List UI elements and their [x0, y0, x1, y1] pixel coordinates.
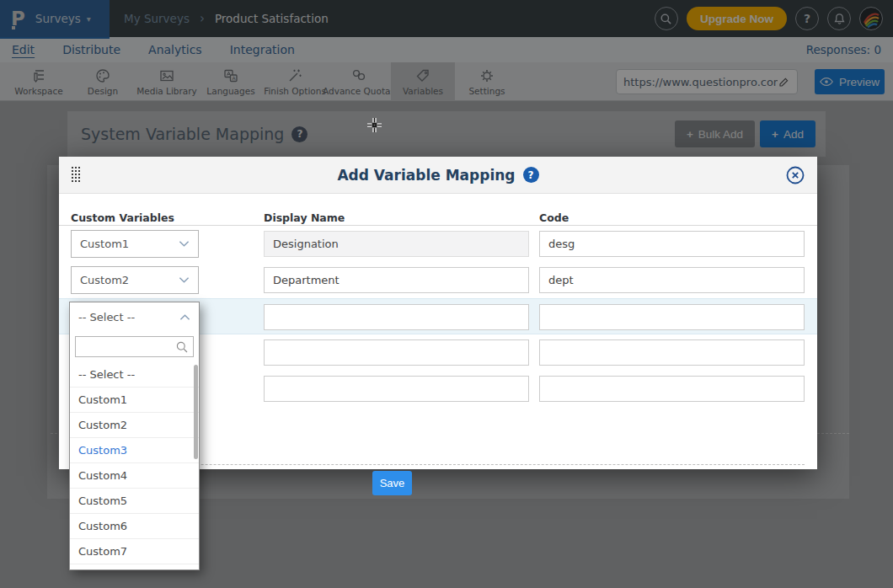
chevron-up-icon	[179, 313, 190, 321]
chevron-down-icon	[179, 240, 190, 248]
option-custom1[interactable]: Custom1	[70, 388, 199, 413]
display-name-input-1[interactable]	[264, 231, 529, 257]
modal-title: Add Variable Mapping	[337, 167, 515, 184]
dropdown-scrollbar[interactable]	[194, 365, 198, 459]
save-button[interactable]: Save	[372, 471, 412, 495]
modal-help-icon[interactable]: ?	[523, 167, 539, 183]
option-custom4[interactable]: Custom4	[70, 463, 199, 489]
option-partial[interactable]	[70, 564, 199, 570]
option-custom7[interactable]: Custom7	[70, 539, 199, 564]
mapping-row-2: Custom2	[59, 262, 817, 298]
code-input-1[interactable]	[539, 231, 805, 257]
option-custom5[interactable]: Custom5	[70, 489, 199, 514]
drag-handle-icon[interactable]	[72, 167, 82, 184]
option-custom2[interactable]: Custom2	[70, 413, 199, 438]
option-select[interactable]: -- Select --	[70, 362, 199, 388]
column-custom-variables: Custom Variables	[71, 211, 174, 224]
column-code: Code	[539, 211, 569, 224]
variable-select-2[interactable]: Custom2	[71, 266, 199, 294]
code-input-3[interactable]	[539, 304, 805, 330]
display-name-input-5[interactable]	[264, 376, 529, 402]
variable-select-dropdown: -- Select -- -- Select -- Custom1 Custom…	[69, 302, 200, 570]
option-custom6[interactable]: Custom6	[70, 514, 199, 539]
chevron-down-icon	[179, 276, 190, 284]
close-icon	[786, 166, 805, 184]
mapping-row-1: Custom1	[59, 226, 817, 262]
column-display-name: Display Name	[264, 211, 345, 224]
code-input-5[interactable]	[539, 376, 805, 402]
display-name-input-4[interactable]	[264, 339, 529, 366]
modal-close-button[interactable]	[786, 166, 805, 184]
display-name-input-3[interactable]	[264, 304, 529, 330]
dropdown-options: -- Select -- Custom1 Custom2 Custom3 Cus…	[70, 362, 199, 570]
variable-select-1[interactable]: Custom1	[71, 230, 199, 258]
modal-header: Add Variable Mapping ?	[59, 157, 817, 194]
code-input-2[interactable]	[539, 267, 805, 293]
code-input-4[interactable]	[539, 339, 805, 366]
dropdown-search	[70, 332, 199, 362]
screen: P Surveys ▾ My Surveys › Product Satisfa…	[0, 0, 893, 588]
variable-select-3[interactable]: -- Select --	[70, 302, 199, 332]
option-custom3[interactable]: Custom3	[70, 438, 199, 463]
display-name-input-2[interactable]	[264, 267, 529, 293]
mapping-table-header: Custom Variables Display Name Code	[59, 194, 817, 226]
search-icon	[175, 340, 189, 354]
